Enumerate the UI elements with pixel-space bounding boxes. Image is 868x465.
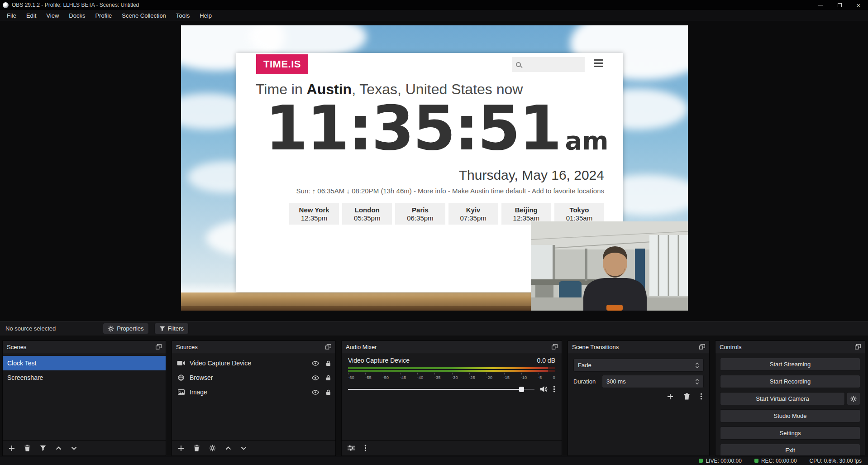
scene-transitions-panel: Scene Transitions Fade Duration 300 ms [568,340,710,456]
start-streaming-button[interactable]: Start Streaming [720,358,860,371]
titlebar: OBS 29.1.2 - Profile: LLHLS BETA - Scene… [0,0,868,10]
window-controls: × [811,0,868,10]
clock-ampm: am [565,126,609,155]
preview-area: TIME.IS Time in Austin, Texas, United St… [0,21,868,321]
transitions-panel-title: Scene Transitions [572,344,619,350]
transition-menu-button[interactable] [700,393,702,400]
scenes-panel-title: Scenes [7,344,26,350]
settings-button[interactable]: Settings [720,427,860,440]
volume-slider[interactable] [348,386,534,393]
duration-spinbox[interactable]: 300 ms [602,375,704,388]
properties-button[interactable]: Properties [103,323,148,334]
visibility-toggle-button[interactable] [312,361,319,366]
remove-scene-button[interactable] [24,445,30,451]
menu-edit[interactable]: Edit [21,10,41,21]
popout-icon [156,344,162,350]
audio-mixer-panel: Audio Mixer Video Capture Device 0.0 dB … [341,340,562,456]
close-icon: × [857,1,861,9]
advanced-audio-button[interactable] [348,445,355,451]
scene-preview[interactable]: TIME.IS Time in Austin, Texas, United St… [181,25,688,311]
spin-arrows-icon [695,379,699,385]
speaker-icon [539,386,548,393]
remove-transition-button[interactable] [684,393,690,400]
close-button[interactable]: × [849,0,868,10]
sources-popout-button[interactable] [325,344,331,350]
trash-icon [24,445,30,451]
move-scene-up-button[interactable] [56,446,62,450]
popout-icon [855,344,861,350]
source-properties-button[interactable] [209,445,216,451]
meter-ticks [348,373,555,374]
source-item-image[interactable]: Image [172,385,335,399]
menu-scene-collection[interactable]: Scene Collection [117,10,171,21]
mixer-popout-button[interactable] [552,344,558,350]
mute-button[interactable] [539,386,548,393]
live-status: LIVE: 00:00:00 [699,458,741,464]
city-box: Paris06:35pm [395,203,445,225]
dock-row: Scenes Clock Test Screenshare Sources [0,336,868,456]
start-virtual-camera-button[interactable]: Start Virtual Camera [720,392,845,405]
virtual-camera-settings-button[interactable] [847,392,860,405]
lock-toggle-button[interactable] [326,389,331,395]
scenes-panel: Scenes Clock Test Screenshare [2,340,166,456]
eye-icon [312,361,319,366]
popout-icon [325,344,331,350]
filters-button[interactable]: Filters [154,323,189,334]
move-scene-down-button[interactable] [71,446,77,450]
scene-item-clock-test[interactable]: Clock Test [3,356,166,370]
lock-icon [326,375,331,381]
live-indicator-icon [699,459,703,463]
scene-item-screenshare[interactable]: Screenshare [3,370,166,385]
remove-source-button[interactable] [194,445,200,451]
chevron-down-icon [71,446,77,450]
filter-icon [159,326,165,331]
eye-icon [312,390,319,395]
minimize-button[interactable] [811,0,830,10]
menubar: File Edit View Docks Profile Scene Colle… [0,10,868,21]
menu-tools[interactable]: Tools [171,10,195,21]
mixer-menu-button[interactable] [364,445,367,451]
gear-icon [850,396,857,402]
dots-vertical-icon [553,386,555,393]
no-source-label: No source selected [5,325,56,332]
image-icon [176,389,186,395]
rec-status: REC: 00:00:00 [754,458,797,464]
dots-vertical-icon [700,393,702,400]
volume-slider-handle[interactable] [519,387,524,392]
menu-docks[interactable]: Docks [64,10,90,21]
timeis-clock: 11:35:51am [265,95,609,163]
chevron-up-icon [56,446,62,450]
make-default-link: Make Austin time default [452,187,526,195]
obs-logo-icon [3,2,9,8]
controls-popout-button[interactable] [855,344,861,350]
add-source-button[interactable] [178,445,184,451]
add-transition-button[interactable] [667,393,673,400]
scenes-popout-button[interactable] [156,344,162,350]
city-box: New York12:35pm [289,203,339,225]
visibility-toggle-button[interactable] [312,375,319,380]
channel-menu-button[interactable] [553,386,555,393]
menu-file[interactable]: File [2,10,21,21]
menu-help[interactable]: Help [195,10,217,21]
menu-view[interactable]: View [41,10,64,21]
rec-indicator-icon [754,459,758,463]
lock-icon [326,360,331,366]
transition-select[interactable]: Fade [573,359,704,372]
scene-filters-button[interactable] [40,445,46,451]
add-scene-button[interactable] [9,445,15,451]
visibility-toggle-button[interactable] [312,390,319,395]
move-source-up-button[interactable] [225,446,231,450]
transitions-popout-button[interactable] [699,344,705,350]
timeis-sun-line: Sun: ↑ 06:35AM ↓ 08:20PM (13h 46m) - Mor… [296,187,604,195]
exit-button[interactable]: Exit [720,444,860,455]
lock-toggle-button[interactable] [326,375,331,381]
move-source-down-button[interactable] [241,446,247,450]
source-item-video-capture[interactable]: Video Capture Device [172,356,335,370]
maximize-button[interactable] [830,0,849,10]
timeis-date: Thursday, May 16, 2024 [459,168,604,183]
start-recording-button[interactable]: Start Recording [720,375,860,388]
lock-toggle-button[interactable] [326,360,331,366]
source-item-browser[interactable]: Browser [172,370,335,385]
studio-mode-button[interactable]: Studio Mode [720,409,860,422]
menu-profile[interactable]: Profile [90,10,117,21]
